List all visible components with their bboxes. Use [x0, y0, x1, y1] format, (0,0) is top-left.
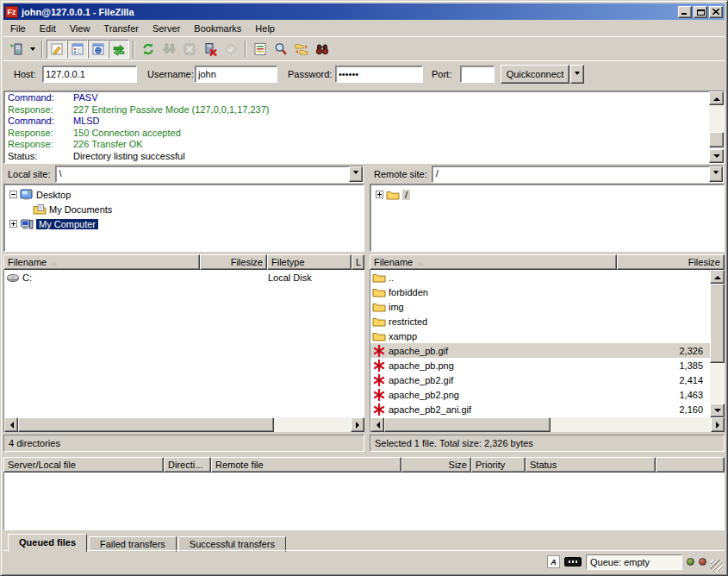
- quickconnect-dropdown-icon[interactable]: [570, 65, 584, 84]
- tree-item-desktop[interactable]: Desktop: [9, 187, 364, 202]
- encryption-indicator-icon[interactable]: [564, 557, 582, 567]
- scrollbar-thumb[interactable]: [18, 417, 274, 432]
- filezilla-window: Fz john@127.0.0.1 - FileZilla File Edit …: [0, 0, 728, 576]
- column-status[interactable]: Status: [526, 457, 656, 473]
- process-queue-icon[interactable]: [159, 40, 179, 59]
- username-input[interactable]: [195, 66, 277, 83]
- menu-bookmarks[interactable]: Bookmarks: [187, 22, 248, 35]
- remote-file-row[interactable]: apache_pb2.png 1,463: [370, 387, 710, 402]
- port-input[interactable]: [460, 66, 495, 83]
- disconnect-icon[interactable]: [200, 40, 221, 59]
- my-documents-icon: [33, 203, 47, 216]
- abort-icon[interactable]: [221, 40, 241, 59]
- expand-icon[interactable]: [9, 220, 17, 228]
- scroll-up-icon[interactable]: [710, 270, 725, 284]
- scroll-left-icon[interactable]: [4, 417, 18, 432]
- local-directory-tree[interactable]: Desktop My Documents My Computer: [3, 184, 364, 252]
- cancel-icon[interactable]: [179, 40, 200, 59]
- find-files-icon[interactable]: [312, 40, 333, 59]
- local-list-header: Filename Filesize Filetype L: [3, 254, 364, 270]
- local-file-list[interactable]: C: Local Disk: [3, 270, 364, 417]
- remote-file-row[interactable]: apache_pb.png 1,385: [370, 358, 710, 373]
- remote-horizontal-scrollbar[interactable]: [370, 417, 725, 432]
- tree-item-root[interactable]: /: [376, 187, 724, 202]
- column-filename[interactable]: Filename: [370, 254, 617, 270]
- scroll-right-icon[interactable]: [351, 417, 364, 432]
- local-horizontal-scrollbar[interactable]: [3, 417, 364, 432]
- scroll-down-icon[interactable]: [710, 404, 725, 417]
- filter-icon[interactable]: [250, 40, 271, 59]
- log-vertical-scrollbar[interactable]: [709, 91, 724, 163]
- site-manager-icon[interactable]: [6, 40, 27, 59]
- scroll-left-icon[interactable]: [370, 417, 384, 432]
- scrollbar-thumb[interactable]: [709, 132, 724, 147]
- synchronized-browsing-icon[interactable]: [291, 40, 312, 59]
- column-filesize[interactable]: Filesize: [200, 254, 267, 270]
- directory-comparison-icon[interactable]: [271, 40, 291, 59]
- minimize-button[interactable]: [678, 6, 692, 18]
- local-site-combobox[interactable]: \: [55, 166, 364, 183]
- column-filesize[interactable]: Filesize: [617, 254, 725, 270]
- column-filetype[interactable]: Filetype: [267, 254, 352, 270]
- image-file-icon: [372, 359, 386, 373]
- title-bar[interactable]: Fz john@127.0.0.1 - FileZilla: [3, 3, 725, 20]
- remote-folder-row[interactable]: restricted: [370, 314, 710, 329]
- menu-edit[interactable]: Edit: [33, 22, 63, 35]
- menu-transfer[interactable]: Transfer: [96, 22, 146, 35]
- local-file-row[interactable]: C: Local Disk: [4, 270, 364, 285]
- scroll-down-icon[interactable]: [709, 149, 724, 163]
- data-type-indicator-icon[interactable]: A: [547, 555, 560, 568]
- column-filename[interactable]: Filename: [3, 254, 200, 270]
- desktop-icon: [20, 188, 34, 202]
- toggle-local-tree-icon[interactable]: [67, 40, 88, 59]
- resize-grip[interactable]: [711, 560, 723, 572]
- column-priority[interactable]: Priority: [471, 457, 526, 473]
- remote-site-combobox[interactable]: /: [432, 166, 724, 183]
- scroll-up-icon[interactable]: [709, 91, 724, 105]
- selected-tree-label: /: [402, 190, 410, 200]
- menu-file[interactable]: File: [3, 22, 33, 35]
- tree-item-my-computer[interactable]: My Computer: [9, 216, 364, 231]
- quickconnect-button[interactable]: Quickconnect: [501, 65, 569, 84]
- toggle-transfer-queue-icon[interactable]: [109, 40, 129, 59]
- remote-folder-row[interactable]: img: [370, 299, 710, 314]
- site-manager-dropdown-icon[interactable]: [27, 40, 38, 59]
- tree-item-my-documents[interactable]: My Documents: [9, 202, 364, 216]
- remote-file-row[interactable]: apache_pb2.gif 2,414: [370, 373, 710, 387]
- remote-folder-row[interactable]: forbidden: [370, 285, 710, 299]
- column-last-modified[interactable]: L: [352, 254, 364, 270]
- local-site-dropdown-icon[interactable]: [349, 166, 363, 182]
- queue-list[interactable]: [3, 473, 725, 530]
- column-server-local-file[interactable]: Server/Local file: [3, 457, 164, 473]
- scrollbar-thumb[interactable]: [384, 417, 551, 432]
- message-log: Command:PASV Response:227 Entering Passi…: [3, 91, 725, 164]
- scroll-right-icon[interactable]: [711, 417, 725, 432]
- column-size[interactable]: Size: [401, 457, 471, 473]
- toggle-remote-tree-icon[interactable]: [88, 40, 109, 59]
- remote-folder-row[interactable]: xampp: [370, 329, 710, 343]
- tab-queued-files[interactable]: Queued files: [8, 534, 87, 552]
- remote-directory-tree[interactable]: /: [370, 184, 725, 252]
- collapse-icon[interactable]: [9, 191, 17, 198]
- menu-help[interactable]: Help: [248, 22, 282, 35]
- remote-file-row-selected[interactable]: apache_pb.gif 2,326: [370, 343, 710, 358]
- menu-view[interactable]: View: [63, 22, 97, 35]
- refresh-icon[interactable]: [138, 40, 159, 59]
- local-site-bar: Local site: \: [3, 165, 364, 183]
- password-input[interactable]: [335, 66, 423, 83]
- maximize-button[interactable]: [694, 6, 707, 18]
- toggle-message-log-icon[interactable]: [47, 40, 67, 59]
- remote-site-dropdown-icon[interactable]: [709, 166, 723, 182]
- remote-file-list[interactable]: .. forbidden img restricted xampp: [370, 270, 725, 417]
- menu-server[interactable]: Server: [146, 22, 187, 35]
- column-remote-file[interactable]: Remote file: [211, 457, 401, 473]
- column-direction[interactable]: Directi...: [164, 457, 211, 473]
- host-input[interactable]: [42, 66, 137, 83]
- remote-file-row[interactable]: apache_pb2_ani.gif 2,160: [370, 402, 710, 416]
- window-title: john@127.0.0.1 - FileZilla: [22, 7, 676, 17]
- remote-vertical-scrollbar[interactable]: [710, 270, 725, 417]
- remote-folder-row[interactable]: ..: [370, 270, 710, 285]
- close-button[interactable]: [709, 6, 723, 18]
- expand-icon[interactable]: [376, 191, 383, 198]
- scrollbar-thumb[interactable]: [710, 284, 725, 363]
